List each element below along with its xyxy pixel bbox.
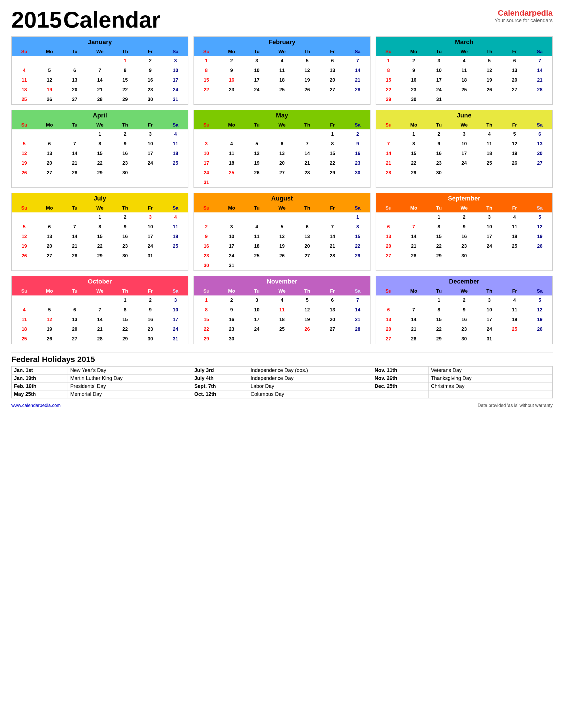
day-cell: 7 <box>294 139 320 149</box>
day-cell: 11 <box>12 75 37 85</box>
day-cell: 25 <box>502 324 527 334</box>
day-cell: 11 <box>451 66 477 75</box>
holiday-name: Memorial Day <box>68 390 192 398</box>
day-cell: 13 <box>37 149 62 158</box>
day-cell: 11 <box>477 139 502 149</box>
day-header-We: We <box>270 204 294 212</box>
day-cell: 1 <box>194 295 219 305</box>
days-grid-jan: 1234567891011121314151617181920212223242… <box>12 56 188 104</box>
day-cell: 21 <box>62 241 87 251</box>
day-header-We: We <box>451 287 477 295</box>
day-cell: 24 <box>138 158 163 168</box>
days-grid-aug: 1234567891011121314151617181920212223242… <box>194 212 370 270</box>
day-headers-apr: SuMoTuWeThFrSa <box>12 121 188 129</box>
day-cell: 13 <box>376 315 401 324</box>
day-cell: 28 <box>320 251 345 261</box>
day-header-Fr: Fr <box>502 204 527 212</box>
day-header-Mo: Mo <box>219 287 244 295</box>
day-cell: 26 <box>12 168 37 178</box>
month-header-sep: September <box>376 193 552 204</box>
day-cell: 14 <box>345 305 370 315</box>
day-header-We: We <box>451 121 477 129</box>
day-cell: 2 <box>451 295 477 305</box>
month-header-jan: January <box>12 37 188 47</box>
day-cell: 10 <box>477 305 502 315</box>
day-cell: 14 <box>401 315 426 324</box>
day-header-Sa: Sa <box>345 121 370 129</box>
day-cell: 10 <box>163 66 188 75</box>
day-cell: 3 <box>244 56 270 66</box>
day-cell: 25 <box>12 334 37 344</box>
day-header-Fr: Fr <box>320 204 345 212</box>
empty-cell <box>401 212 426 222</box>
day-cell: 24 <box>477 241 502 251</box>
day-cell: 22 <box>320 158 345 168</box>
day-cell: 21 <box>345 75 370 85</box>
day-cell: 15 <box>87 232 113 241</box>
day-headers-sep: SuMoTuWeThFrSa <box>376 204 552 212</box>
day-cell: 13 <box>294 232 320 241</box>
day-headers-nov: SuMoTuWeThFrSa <box>194 287 370 295</box>
day-cell: 28 <box>401 334 426 344</box>
day-cell: 31 <box>138 251 163 261</box>
day-cell: 20 <box>527 149 552 158</box>
holiday-name <box>428 390 552 398</box>
day-cell: 8 <box>426 305 451 315</box>
day-cell: 24 <box>219 251 244 261</box>
day-cell: 6 <box>376 222 401 232</box>
empty-cell <box>12 295 37 305</box>
day-cell: 16 <box>345 149 370 158</box>
day-cell: 31 <box>477 334 502 344</box>
day-cell: 2 <box>194 222 219 232</box>
day-cell: 20 <box>62 324 87 334</box>
day-cell: 14 <box>527 66 552 75</box>
empty-cell <box>294 129 320 139</box>
day-cell: 19 <box>477 75 502 85</box>
day-cell: 12 <box>294 305 320 315</box>
empty-cell <box>219 212 244 222</box>
day-cell: 27 <box>320 85 345 95</box>
day-headers-aug: SuMoTuWeThFrSa <box>194 204 370 212</box>
empty-cell <box>62 212 87 222</box>
empty-cell <box>12 212 37 222</box>
day-cell: 12 <box>244 149 270 158</box>
day-cell: 1 <box>87 129 113 139</box>
day-cell: 31 <box>163 95 188 104</box>
day-cell: 26 <box>37 334 62 344</box>
day-cell: 29 <box>401 168 426 178</box>
day-cell: 7 <box>87 66 113 75</box>
day-cell: 17 <box>477 315 502 324</box>
day-cell: 27 <box>376 251 401 261</box>
day-cell: 20 <box>294 241 320 251</box>
day-header-Mo: Mo <box>401 287 426 295</box>
page-header: 2015 Calendar Calendarpedia Your source … <box>11 9 553 31</box>
day-header-Mo: Mo <box>37 47 62 56</box>
empty-cell <box>87 295 113 305</box>
month-jan: JanuarySuMoTuWeThFrSa1234567891011121314… <box>11 36 188 105</box>
day-header-Tu: Tu <box>426 121 451 129</box>
day-cell: 11 <box>270 305 294 315</box>
day-headers-jan: SuMoTuWeThFrSa <box>12 47 188 56</box>
empty-cell <box>62 56 87 66</box>
day-cell: 23 <box>426 158 451 168</box>
day-cell: 14 <box>320 232 345 241</box>
day-header-Tu: Tu <box>62 47 87 56</box>
day-cell: 14 <box>345 66 370 75</box>
empty-cell <box>194 212 219 222</box>
day-cell: 28 <box>345 85 370 95</box>
day-cell: 10 <box>451 139 477 149</box>
day-cell: 27 <box>527 158 552 168</box>
empty-cell <box>270 129 294 139</box>
day-header-Mo: Mo <box>219 121 244 129</box>
day-cell: 24 <box>163 85 188 95</box>
day-cell: 18 <box>12 324 37 334</box>
day-cell: 8 <box>194 305 219 315</box>
day-cell: 12 <box>12 232 37 241</box>
day-cell: 12 <box>37 315 62 324</box>
day-cell: 6 <box>502 56 527 66</box>
day-cell: 3 <box>451 129 477 139</box>
day-header-Su: Su <box>376 287 401 295</box>
day-cell: 10 <box>426 66 451 75</box>
day-cell: 15 <box>87 149 113 158</box>
day-header-Th: Th <box>294 121 320 129</box>
